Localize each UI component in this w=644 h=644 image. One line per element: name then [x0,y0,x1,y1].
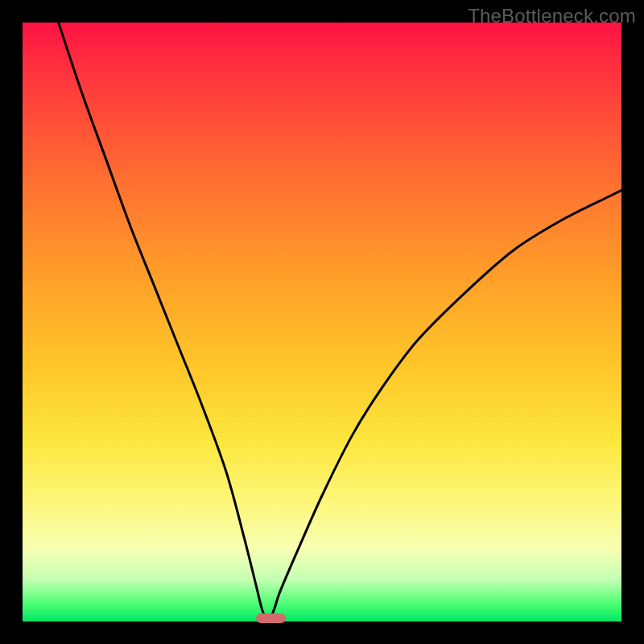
chart-frame: TheBottleneck.com [0,0,644,644]
bottleneck-curve [23,23,621,621]
curve-minimum-marker [256,613,286,623]
plot-area [23,23,621,621]
